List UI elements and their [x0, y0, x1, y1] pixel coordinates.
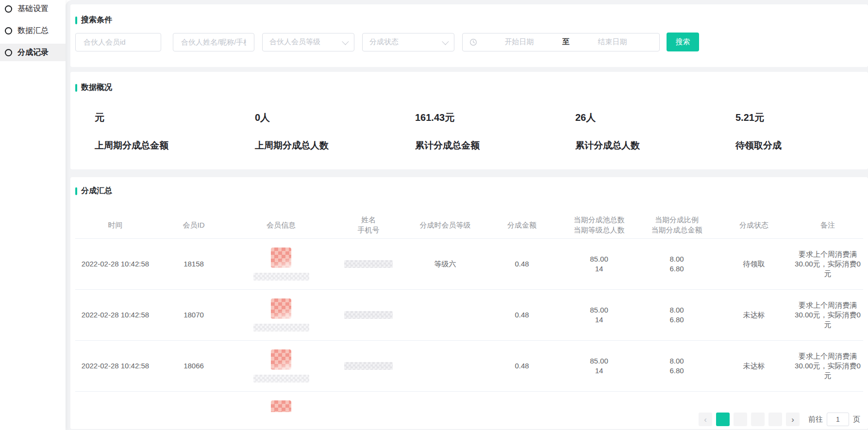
- stat-label: 上周期分成总人数: [255, 139, 415, 152]
- cell-member-info: [232, 349, 330, 382]
- commission-status-select[interactable]: 分成状态: [362, 33, 454, 51]
- name-redacted: [344, 260, 393, 268]
- name-redacted: [344, 362, 393, 370]
- page-number-button[interactable]: [768, 413, 782, 426]
- member-level-select[interactable]: 合伙人会员等级: [262, 33, 354, 51]
- avatar: [271, 400, 291, 412]
- member-id-input-wrap: [75, 33, 161, 51]
- end-date-placeholder: 结束日期: [572, 37, 652, 47]
- cell-remark: 要求上个周消费满30.00元，实际消费0元: [792, 351, 863, 380]
- cell-pool: 85.00 14: [560, 356, 638, 376]
- cell-member-info: [232, 298, 330, 331]
- start-date-placeholder: 开始日期: [479, 37, 559, 47]
- member-level-placeholder: 合伙人会员等级: [269, 37, 320, 47]
- data-overview-panel: 数据概况 元 上周期分成总金额 0人 上周期分成总人数 161.43元 累计分成…: [70, 72, 868, 169]
- date-range-picker[interactable]: 开始日期 至 结束日期: [462, 33, 660, 51]
- table-header-cell: 姓名 手机号: [330, 211, 407, 238]
- page-number-button[interactable]: [734, 413, 747, 426]
- page-number-button[interactable]: [716, 413, 730, 426]
- partner-name-input-wrap: [173, 33, 254, 51]
- cell-ratio: 8.00 6.80: [638, 356, 716, 376]
- commission-status-placeholder: 分成状态: [369, 37, 399, 47]
- table-header-cell: 会员信息: [232, 211, 330, 238]
- sidebar-item-label: 基础设置: [17, 4, 49, 14]
- cell-name-phone: [330, 362, 407, 370]
- cell-status: 未达标: [716, 310, 792, 320]
- stat-block: 161.43元 累计分成总金额: [415, 111, 575, 152]
- avatar: [271, 248, 291, 268]
- cell-status: 待领取: [716, 259, 792, 269]
- avatar: [271, 349, 291, 370]
- cell-member-info: [232, 248, 330, 281]
- table-row: 2022-02-28 10:42:58 18066 0.48 85.00 14 …: [75, 341, 863, 392]
- sidebar-item[interactable]: 数据汇总: [0, 22, 66, 39]
- table-header-cell: 时间: [75, 211, 155, 238]
- cell-level: 等级六: [407, 259, 484, 269]
- table-header-cell: 当期分成池总数 当期等级总人数: [560, 211, 638, 238]
- sidebar-item[interactable]: 基础设置: [0, 0, 66, 17]
- cell-ratio: 8.00 6.80: [638, 305, 716, 325]
- page-unit-label: 页: [853, 415, 860, 424]
- nickname-redacted: [253, 324, 309, 331]
- cell-time: 2022-02-28 10:42:58: [75, 259, 155, 269]
- cell-name-phone: [330, 311, 407, 319]
- stat-label: 累计分成总人数: [575, 139, 735, 152]
- cell-member-id: 18066: [155, 361, 232, 371]
- table-header-row: 时间 会员ID 会员信息 姓名 手机号 分成时会员等级 分成金额 当期分成池总数…: [75, 211, 863, 239]
- table-header-cell: 分成时会员等级: [407, 211, 484, 238]
- nickname-redacted: [253, 273, 309, 281]
- sidebar-item-label: 分成记录: [17, 48, 49, 58]
- stat-label: 累计分成总金额: [415, 139, 575, 152]
- stat-value: 26人: [575, 111, 735, 124]
- overview-section-title: 数据概况: [75, 83, 868, 93]
- cell-remark: 要求上个周消费满30.00元，实际消费0元: [792, 249, 863, 279]
- circle-icon: [5, 27, 12, 34]
- accent-bar: [75, 84, 77, 92]
- stat-block: 5.21元 待领取分成: [735, 111, 868, 152]
- table-header-cell: 分成状态: [716, 211, 792, 238]
- sidebar: 基础设置 数据汇总 分成记录: [0, 0, 66, 430]
- stat-block: 26人 累计分成总人数: [575, 111, 735, 152]
- cell-member-id: 18070: [155, 310, 232, 320]
- goto-label: 前往: [808, 415, 823, 424]
- accent-bar: [75, 17, 77, 24]
- clock-icon: [469, 38, 477, 46]
- cell-pool: 85.00 14: [560, 305, 638, 325]
- next-page-button[interactable]: ›: [786, 413, 800, 426]
- commission-summary-panel: 分成汇总 时间 会员ID 会员信息 姓名 手机号 分成时会员等级 分成金额 当期…: [70, 177, 868, 429]
- cell-amount: 0.48: [484, 310, 560, 320]
- search-panel: 搜索条件 合伙人会员等级 分成状态 开始日期: [70, 4, 868, 67]
- stat-block: 元 上周期分成总金额: [95, 111, 255, 152]
- goto-page-input[interactable]: [827, 413, 849, 426]
- cell-time: 2022-02-28 10:42:58: [75, 361, 155, 371]
- circle-icon: [5, 49, 12, 56]
- table-row: 2022-02-28 10:42:58 18158 等级六 0.48 85.00…: [75, 239, 863, 290]
- chevron-down-icon: [342, 38, 349, 45]
- member-id-input[interactable]: [83, 37, 154, 47]
- stat-value: 0人: [255, 111, 415, 124]
- chevron-down-icon: [442, 38, 449, 45]
- cell-amount: 0.48: [484, 361, 560, 371]
- partner-name-input[interactable]: [180, 37, 247, 47]
- table-header-cell: 备注: [792, 211, 863, 238]
- cell-remark: 要求上个周消费满30.00元，实际消费0元: [792, 300, 863, 330]
- cell-pool: 85.00 14: [560, 254, 638, 274]
- cell-time: 2022-02-28 10:42:58: [75, 310, 155, 320]
- page-number-button[interactable]: [751, 413, 765, 426]
- sidebar-item[interactable]: 分成记录: [0, 44, 66, 61]
- search-button[interactable]: 搜索: [667, 33, 699, 51]
- nickname-redacted: [253, 375, 309, 382]
- cell-ratio: 8.00 6.80: [638, 254, 716, 274]
- stat-value: 5.21元: [735, 111, 868, 124]
- table-row: [75, 392, 863, 412]
- prev-page-button[interactable]: ‹: [699, 413, 712, 426]
- table-header-cell: 分成金额: [484, 211, 560, 238]
- stat-label: 上周期分成总金额: [95, 139, 255, 152]
- sidebar-item-label: 数据汇总: [17, 26, 49, 36]
- accent-bar: [75, 187, 77, 195]
- cell-name-phone: [330, 260, 407, 268]
- table-section-title: 分成汇总: [75, 186, 863, 196]
- stat-value: 161.43元: [415, 111, 575, 124]
- table-row: 2022-02-28 10:42:58 18070 0.48 85.00 14 …: [75, 290, 863, 341]
- stat-block: 0人 上周期分成总人数: [255, 111, 415, 152]
